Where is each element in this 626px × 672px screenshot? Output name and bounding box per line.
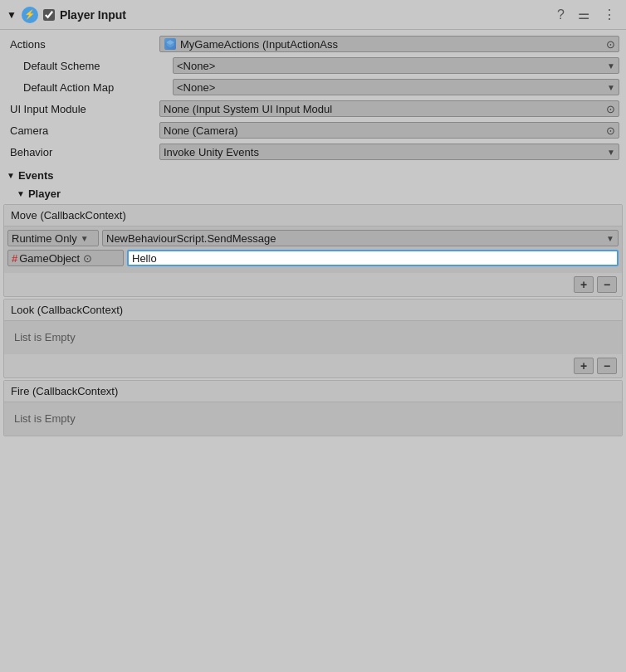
- ui-input-row: UI Input Module None (Input System UI In…: [0, 98, 626, 119]
- player-arrow: ▼: [17, 189, 25, 198]
- default-action-map-text: <None>: [177, 81, 604, 94]
- script-method-dropdown[interactable]: NewBehaviourScript.SendMessage ▼: [102, 230, 619, 246]
- more-button[interactable]: ⋮: [599, 5, 619, 24]
- move-event-header: Move (CallbackContext): [4, 205, 622, 226]
- look-empty-text: List is Empty: [7, 324, 619, 350]
- ui-input-text: None (Input System UI Input Modul: [164, 103, 603, 115]
- look-list-controls: + −: [4, 354, 622, 377]
- fire-event-group: Fire (CallbackContext) List is Empty: [3, 380, 623, 436]
- properties-section: Actions MyGameActions (InputActionAss ⊙: [0, 30, 626, 166]
- component-icon: ⚡: [22, 7, 38, 23]
- fire-empty-text: List is Empty: [7, 406, 619, 431]
- camera-label: Camera: [10, 124, 159, 137]
- collapse-arrow[interactable]: ▼: [7, 9, 17, 21]
- inspector-panel: ▼ ⚡ Player Input ? ⚌ ⋮ Actions: [0, 0, 626, 672]
- script-method-text: NewBehaviourScript.SendMessage: [106, 232, 603, 245]
- look-event-title: Look (CallbackContext): [11, 304, 123, 316]
- behavior-text: Invoke Unity Events: [164, 146, 604, 158]
- default-scheme-arrow: ▼: [607, 61, 615, 71]
- gameobject-target-icon[interactable]: ⊙: [83, 252, 92, 265]
- events-label: Events: [18, 169, 54, 182]
- default-scheme-label: Default Scheme: [23, 60, 173, 72]
- move-list-controls: + −: [4, 273, 622, 296]
- look-event-header: Look (CallbackContext): [4, 299, 622, 321]
- behavior-arrow: ▼: [607, 148, 615, 157]
- gameobject-field[interactable]: # GameObject ⊙: [7, 250, 124, 266]
- component-header: ▼ ⚡ Player Input ? ⚌ ⋮: [0, 0, 626, 30]
- fire-event-list: List is Empty: [4, 402, 622, 436]
- player-label: Player: [28, 187, 61, 200]
- actions-value-text: MyGameActions (InputActionAss: [180, 38, 603, 51]
- script-method-arrow: ▼: [606, 234, 614, 243]
- camera-value: None (Camera) ⊙: [159, 122, 619, 139]
- runtime-only-text: Runtime Only: [12, 232, 77, 245]
- behavior-dropdown[interactable]: Invoke Unity Events ▼: [159, 144, 619, 160]
- gameobject-text: GameObject: [19, 252, 80, 265]
- look-event-list: List is Empty: [4, 321, 622, 354]
- camera-row: Camera None (Camera) ⊙: [0, 119, 626, 141]
- component-enabled-checkbox[interactable]: [43, 9, 55, 21]
- player-subsection-header[interactable]: ▼ Player: [0, 185, 626, 202]
- move-remove-button[interactable]: −: [597, 276, 617, 293]
- component-title: Player Input: [60, 8, 549, 22]
- settings-button[interactable]: ⚌: [575, 5, 593, 24]
- behavior-row: Behavior Invoke Unity Events ▼: [0, 141, 626, 163]
- default-scheme-text: <None>: [177, 60, 604, 72]
- camera-target-icon[interactable]: ⊙: [606, 124, 615, 137]
- events-arrow: ▼: [7, 171, 15, 180]
- fire-event-title: Fire (CallbackContext): [11, 385, 118, 397]
- default-action-map-arrow: ▼: [607, 83, 615, 92]
- move-event-title: Move (CallbackContext): [11, 209, 126, 222]
- runtime-only-dropdown[interactable]: Runtime Only ▼: [7, 230, 99, 246]
- default-action-map-value: <None> ▼: [173, 79, 619, 95]
- default-action-map-label: Default Action Map: [23, 81, 173, 94]
- look-add-button[interactable]: +: [574, 358, 594, 374]
- ui-input-target-icon[interactable]: ⊙: [606, 103, 615, 115]
- hello-input[interactable]: [127, 250, 619, 266]
- runtime-only-arrow: ▼: [81, 234, 89, 243]
- fire-event-header: Fire (CallbackContext): [4, 381, 622, 402]
- move-entry-row1: Runtime Only ▼ NewBehaviourScript.SendMe…: [7, 230, 619, 246]
- actions-value: MyGameActions (InputActionAss ⊙: [159, 36, 619, 52]
- hash-icon: #: [12, 252, 17, 265]
- ui-input-label: UI Input Module: [10, 103, 159, 115]
- ui-input-value: None (Input System UI Input Modul ⊙: [159, 100, 619, 117]
- actions-label: Actions: [10, 38, 159, 51]
- look-remove-button[interactable]: −: [597, 358, 617, 374]
- header-actions: ? ⚌ ⋮: [554, 5, 619, 24]
- camera-text: None (Camera): [164, 124, 603, 137]
- move-event-entry: Runtime Only ▼ NewBehaviourScript.SendMe…: [4, 226, 622, 273]
- events-header[interactable]: ▼ Events: [0, 166, 626, 185]
- look-event-group: Look (CallbackContext) List is Empty + −: [3, 299, 623, 378]
- help-button[interactable]: ?: [554, 6, 568, 24]
- ui-input-field[interactable]: None (Input System UI Input Modul ⊙: [159, 100, 619, 117]
- input-action-icon: [164, 38, 176, 50]
- behavior-value: Invoke Unity Events ▼: [159, 144, 619, 160]
- default-scheme-dropdown[interactable]: <None> ▼: [173, 57, 619, 74]
- actions-row: Actions MyGameActions (InputActionAss ⊙: [0, 33, 626, 55]
- move-event-group: Move (CallbackContext) Runtime Only ▼ Ne…: [3, 204, 623, 297]
- actions-target-icon[interactable]: ⊙: [606, 38, 615, 51]
- move-add-button[interactable]: +: [574, 276, 594, 293]
- camera-field[interactable]: None (Camera) ⊙: [159, 122, 619, 139]
- move-entry-row2: # GameObject ⊙: [7, 250, 619, 266]
- default-action-map-dropdown[interactable]: <None> ▼: [173, 79, 619, 95]
- default-scheme-value: <None> ▼: [173, 57, 619, 74]
- cube-icon: [164, 37, 177, 51]
- default-scheme-row: Default Scheme <None> ▼: [0, 55, 626, 76]
- events-section: ▼ Events ▼ Player Move (CallbackContext)…: [0, 166, 626, 436]
- default-action-map-row: Default Action Map <None> ▼: [0, 76, 626, 98]
- actions-field[interactable]: MyGameActions (InputActionAss ⊙: [159, 36, 619, 52]
- behavior-label: Behavior: [10, 146, 159, 158]
